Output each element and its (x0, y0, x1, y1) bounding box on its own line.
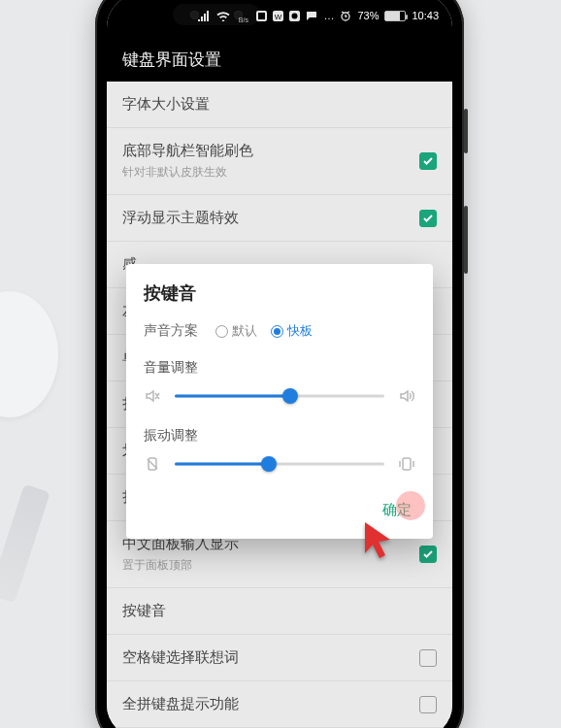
volume-mute-icon (144, 387, 161, 405)
side-button-1 (464, 109, 468, 153)
radio-unchecked-icon (215, 325, 228, 338)
svg-rect-8 (403, 458, 411, 470)
vibration-on-icon (398, 455, 415, 473)
battery-pct: 73% (357, 10, 379, 21)
more-icon: … (323, 10, 334, 21)
dialog-scrim: 按键音 声音方案 默认 快板 音量调整 (107, 37, 452, 728)
status-app-icon-1 (256, 11, 267, 21)
desk-blob (0, 291, 58, 417)
status-app-icon-2: W (273, 11, 283, 21)
sound-scheme-label: 声音方案 (144, 322, 198, 340)
net-speed-unit: B/s (236, 16, 250, 24)
svg-point-5 (292, 13, 298, 18)
status-bar: 369 B/s W … 73% 10:43 (107, 0, 452, 37)
dialog-title: 按键音 (144, 281, 415, 305)
volume-slider-row (144, 386, 415, 406)
svg-rect-1 (258, 13, 265, 19)
key-sound-dialog: 按键音 声音方案 默认 快板 音量调整 (126, 264, 433, 539)
radio-checked-icon (271, 325, 283, 338)
signal-icon (198, 11, 211, 21)
radio-label: 快板 (287, 322, 313, 340)
vibration-off-icon (144, 455, 161, 473)
volume-max-icon (398, 387, 415, 405)
status-time: 10:43 (412, 10, 439, 21)
battery-icon (384, 11, 406, 21)
phone-screen: 369 B/s W … 73% 10:43 键盘 (107, 0, 452, 728)
volume-slider[interactable] (175, 386, 384, 406)
radio-kuaiban[interactable]: 快板 (271, 322, 313, 340)
side-button-2 (464, 206, 468, 274)
vibration-slider[interactable] (175, 454, 384, 474)
svg-text:W: W (275, 12, 282, 20)
vibration-label: 振动调整 (144, 427, 415, 445)
vibration-slider-row (144, 454, 415, 474)
radio-label: 默认 (232, 322, 257, 340)
status-app-icon-3 (289, 11, 300, 21)
dialog-actions: 确定 (144, 495, 415, 525)
sound-scheme-row: 声音方案 默认 快板 (144, 322, 415, 340)
tap-highlight (396, 491, 425, 520)
chat-icon (306, 11, 317, 21)
radio-default[interactable]: 默认 (215, 322, 257, 340)
wifi-icon (216, 11, 230, 21)
desk-pencil (0, 484, 50, 604)
confirm-button[interactable]: 确定 (379, 495, 415, 525)
alarm-icon (340, 10, 351, 21)
phone-frame: 369 B/s W … 73% 10:43 键盘 (95, 0, 464, 728)
volume-label: 音量调整 (144, 359, 415, 377)
